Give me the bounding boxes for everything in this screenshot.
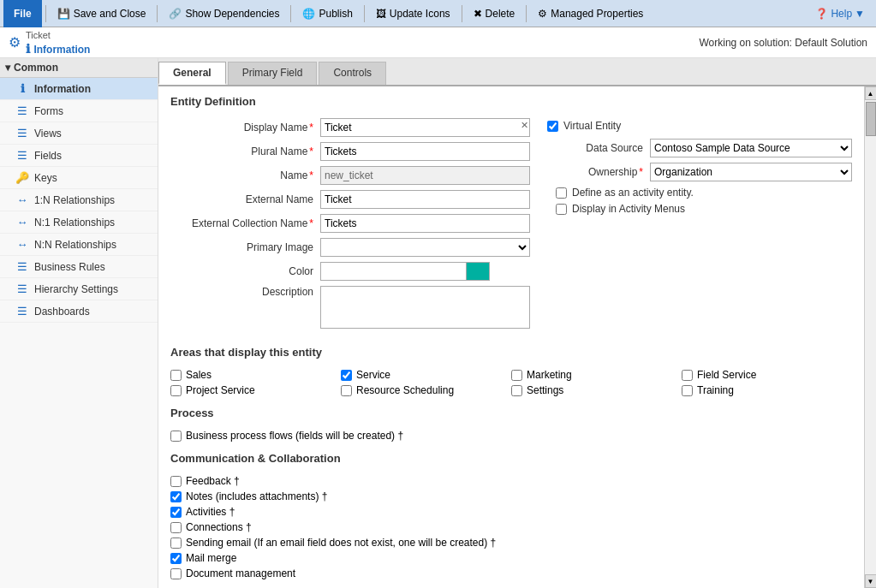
area-field-service-checkbox[interactable] [682, 370, 693, 381]
area-project-service-checkbox[interactable] [170, 385, 182, 396]
display-name-clear-button[interactable]: ✕ [521, 121, 528, 130]
sidebar-item-hierarchy-settings[interactable]: ☰ Hierarchy Settings [0, 278, 158, 300]
ownership-select[interactable]: Organization [650, 163, 852, 181]
forms-icon: ☰ [15, 104, 29, 117]
area-resource-scheduling-checkbox[interactable] [341, 385, 352, 396]
document-management-label: Document management [186, 567, 295, 579]
sidebar-item-nn-relationships[interactable]: ↔ N:N Relationships [0, 234, 158, 256]
primary-image-select[interactable] [320, 238, 530, 257]
form-left: Display Name* ✕ Plural Name* [170, 118, 530, 334]
save-and-close-button[interactable]: 💾 Save and Close [50, 3, 154, 25]
sidebar-item-keys[interactable]: 🔑 Keys [0, 167, 158, 189]
mail-merge-checkbox[interactable] [170, 553, 182, 564]
update-icons-button[interactable]: 🖼 Update Icons [368, 3, 458, 25]
area-field-service: Field Service [682, 369, 852, 381]
keys-icon: 🔑 [15, 171, 29, 184]
name-input[interactable] [320, 166, 530, 185]
sidebar-item-1n-relationships[interactable]: ↔ 1:N Relationships [0, 189, 158, 211]
document-management-checkbox[interactable] [170, 568, 182, 579]
feedback-checkbox[interactable] [170, 476, 182, 487]
define-activity-checkbox[interactable] [556, 187, 567, 199]
sending-email-checkbox[interactable] [170, 538, 182, 549]
areas-grid: Sales Service Marketing Field Servi [170, 369, 852, 396]
sidebar-item-label: Hierarchy Settings [34, 283, 118, 295]
managed-properties-button[interactable]: ⚙ Managed Properties [530, 3, 651, 25]
sidebar-item-dashboards[interactable]: ☰ Dashboards [0, 300, 158, 323]
external-collection-name-row: External Collection Name* [170, 214, 530, 233]
sidebar-item-label: Information [34, 83, 91, 95]
help-dropdown-icon: ▼ [855, 8, 865, 20]
area-service: Service [341, 369, 511, 381]
virtual-entity-label: Virtual Entity [563, 120, 621, 132]
communication-section: Communication & Collaboration Feedback †… [170, 452, 852, 579]
scroll-thumb[interactable] [866, 102, 876, 136]
comm-notes: Notes (includes attachments) † [170, 490, 852, 502]
sidebar-item-n1-relationships[interactable]: ↔ N:1 Relationships [0, 211, 158, 234]
sidebar-item-forms[interactable]: ☰ Forms [0, 100, 158, 122]
form-right: Virtual Entity Data Source Contoso Sampl… [547, 118, 852, 334]
sidebar-item-information[interactable]: ℹ Information [0, 78, 158, 100]
sidebar-item-label: Views [34, 128, 62, 140]
connections-checkbox[interactable] [170, 522, 182, 533]
area-sales: Sales [170, 369, 341, 381]
mail-merge-label: Mail merge [186, 552, 236, 564]
display-name-input[interactable] [320, 118, 530, 137]
publish-button[interactable]: 🌐 Publish [295, 3, 360, 25]
n1-rel-icon: ↔ [15, 216, 29, 229]
business-process-row: Business process flows (fields will be c… [170, 430, 852, 442]
areas-section: Areas that display this entity Sales Ser… [170, 346, 852, 396]
sidebar-section-common[interactable]: ▾ Common [0, 58, 158, 78]
sidebar-item-fields[interactable]: ☰ Fields [0, 145, 158, 167]
area-sales-checkbox[interactable] [170, 370, 182, 381]
dashboards-icon: ☰ [15, 305, 29, 318]
show-dependencies-button[interactable]: 🔗 Show Dependencies [161, 3, 287, 25]
main-layout: ▾ Common ℹ Information ☰ Forms ☰ Views ☰… [0, 58, 876, 588]
areas-title: Areas that display this entity [170, 346, 852, 359]
area-training-label: Training [697, 384, 734, 396]
description-textarea[interactable] [320, 286, 530, 329]
delete-button[interactable]: ✖ Delete [466, 3, 523, 25]
virtual-entity-checkbox[interactable] [547, 121, 558, 132]
color-swatch[interactable] [466, 262, 490, 281]
publish-icon: 🌐 [302, 8, 315, 20]
activities-checkbox[interactable] [170, 507, 182, 518]
sidebar-item-label: N:N Relationships [34, 239, 116, 251]
feedback-label: Feedback † [186, 475, 240, 487]
tab-controls[interactable]: Controls [319, 62, 386, 85]
virtual-entity-row: Virtual Entity [547, 120, 852, 132]
description-row: Description [170, 286, 530, 329]
file-button[interactable]: File [3, 0, 42, 27]
notes-checkbox[interactable] [170, 491, 182, 502]
breadcrumb-page: ℹ Information [26, 41, 90, 56]
area-project-service-label: Project Service [186, 384, 255, 396]
color-input[interactable] [320, 262, 466, 281]
area-marketing-label: Marketing [527, 369, 572, 381]
external-name-input[interactable] [320, 190, 530, 209]
managed-icon: ⚙ [538, 8, 547, 20]
area-settings-checkbox[interactable] [511, 385, 522, 396]
tab-primary-field[interactable]: Primary Field [228, 62, 318, 85]
color-input-container [320, 262, 530, 281]
plural-name-input[interactable] [320, 142, 530, 161]
save-icon: 💾 [57, 8, 70, 20]
area-service-checkbox[interactable] [341, 370, 352, 381]
comm-feedback: Feedback † [170, 475, 852, 487]
external-collection-name-input[interactable] [320, 214, 530, 233]
sidebar-item-label: Dashboards [34, 306, 90, 318]
business-process-checkbox[interactable] [170, 431, 182, 442]
define-activity-row: Define as an activity entity. [547, 187, 852, 199]
area-marketing-checkbox[interactable] [511, 370, 522, 381]
sidebar-item-business-rules[interactable]: ☰ Business Rules [0, 256, 158, 278]
display-activity-checkbox[interactable] [556, 204, 567, 215]
tab-general[interactable]: General [158, 62, 226, 85]
scroll-up-button[interactable]: ▲ [865, 86, 877, 100]
icons-icon: 🖼 [376, 8, 386, 20]
help-button[interactable]: ❓ Help ▼ [807, 4, 873, 23]
sidebar-item-views[interactable]: ☰ Views [0, 122, 158, 145]
external-name-row: External Name [170, 190, 530, 209]
scroll-down-button[interactable]: ▼ [865, 574, 877, 588]
plural-name-row: Plural Name* [170, 142, 530, 161]
area-training-checkbox[interactable] [682, 385, 693, 396]
data-source-select[interactable]: Contoso Sample Data Source [650, 139, 852, 157]
section-title: Entity Definition [170, 95, 852, 108]
